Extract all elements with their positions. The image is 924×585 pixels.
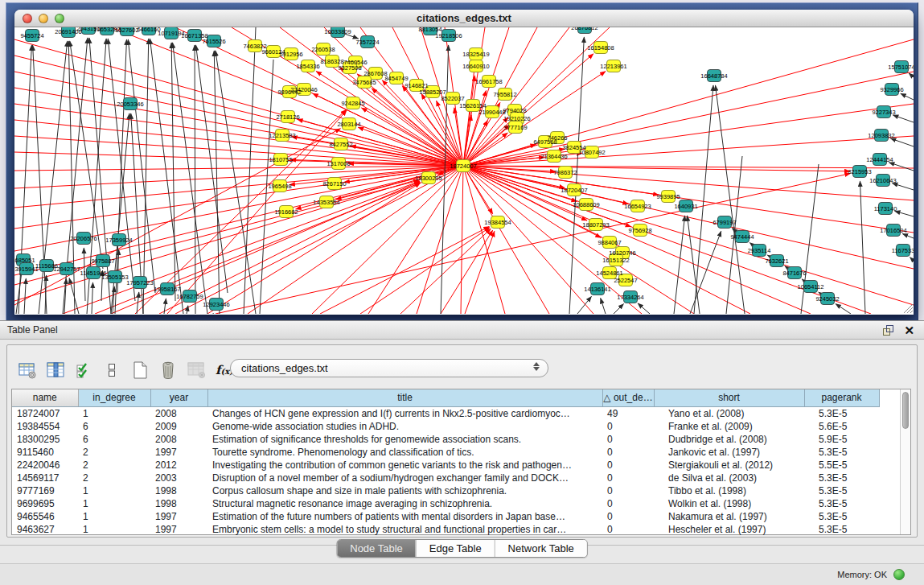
show-columns-icon[interactable] [45, 360, 66, 381]
table-cell[interactable]: Wolkin et al. (1998) [654, 497, 804, 510]
table-cell[interactable]: Franke et al. (2009) [654, 420, 804, 433]
table-cell[interactable]: 0 [602, 510, 654, 523]
table-cell[interactable]: Tourette syndrome. Phenomenology and cla… [207, 446, 602, 459]
column-header-pagerank[interactable]: pagerank [804, 389, 879, 406]
tab-edge-table[interactable]: Edge Table [416, 540, 495, 557]
table-cell[interactable]: 5.3E-5 [804, 472, 879, 484]
table-cell[interactable]: 5.6E-5 [804, 420, 879, 433]
table-row[interactable]: 977716911998Corpus callosum shape and si… [12, 484, 900, 497]
select-rows-icon[interactable] [73, 360, 94, 381]
table-cell[interactable]: 22420046 [12, 459, 78, 472]
table-cell[interactable]: 2 [78, 472, 150, 484]
table-cell[interactable]: 9777169 [12, 484, 78, 497]
table-row[interactable]: 1938455462009Genome-wide association stu… [12, 420, 900, 433]
row-height-icon[interactable] [101, 360, 122, 381]
table-cell[interactable]: Genome-wide association studies in ADHD. [207, 420, 602, 433]
table-cell[interactable]: Changes of HCN gene expression and I(f) … [207, 406, 602, 420]
column-header-name[interactable]: name [12, 389, 78, 406]
table-cell[interactable]: 9115460 [12, 446, 78, 459]
table-cell[interactable]: Stergiakouli et al. (2012) [654, 459, 804, 472]
table-cell[interactable]: 5.3E-5 [804, 406, 879, 420]
table-cell[interactable]: 5.5E-5 [804, 459, 879, 472]
table-row[interactable]: 1456911722003Disruption of a novel membe… [12, 472, 900, 484]
tab-network-table[interactable]: Network Table [495, 540, 587, 557]
table-cell[interactable]: 1 [78, 497, 150, 510]
table-cell[interactable]: Investigating the contribution of common… [207, 459, 602, 472]
table-cell[interactable]: 5.3E-5 [804, 523, 879, 536]
column-header-year[interactable]: year [150, 389, 207, 406]
table-cell[interactable]: 0 [602, 459, 654, 472]
create-table-icon[interactable] [129, 360, 150, 381]
network-canvas[interactable]: 9455724206914062043191106532871527602646… [14, 27, 914, 314]
table-cell[interactable]: Embryonic stem cells: a model to study s… [207, 523, 602, 536]
table-row[interactable]: 1872400712008Changes of HCN gene express… [12, 406, 900, 420]
network-window-titlebar[interactable]: citations_edges.txt [14, 10, 914, 27]
scrollbar-thumb[interactable] [902, 392, 909, 429]
table-cell[interactable]: 1 [78, 484, 150, 497]
table-cell[interactable]: 18300295 [12, 433, 78, 446]
table-cell[interactable]: 5.3E-5 [804, 497, 879, 510]
table-cell[interactable]: 9699695 [12, 497, 78, 510]
table-row[interactable]: 946362711997Embryonic stem cells: a mode… [12, 523, 900, 536]
table-cell[interactable]: 0 [602, 420, 654, 433]
table-cell[interactable]: 19384554 [12, 420, 78, 433]
table-cell[interactable]: 18724007 [12, 406, 78, 420]
table-cell[interactable]: 1998 [150, 497, 207, 510]
table-cell[interactable]: 2012 [150, 459, 207, 472]
table-cell[interactable]: Estimation of significance thresholds fo… [207, 433, 602, 446]
table-cell[interactable]: 1 [78, 523, 150, 536]
table-cell[interactable]: 1 [78, 406, 150, 420]
node-table-grid[interactable]: namein_degreeyeartitle△ out_de…shortpage… [12, 389, 900, 536]
table-cell[interactable]: 9465546 [12, 510, 78, 523]
table-cell[interactable]: Dudbridge et al. (2008) [654, 433, 804, 446]
table-cell[interactable]: Jankovic et al. (1997) [654, 446, 804, 459]
table-row[interactable]: 2242004622012Investigating the contribut… [12, 459, 900, 472]
table-cell[interactable]: 2008 [150, 433, 207, 446]
table-cell[interactable]: Tibbo et al. (1998) [654, 484, 804, 497]
table-cell[interactable]: de Silva et al. (2003) [654, 472, 804, 484]
table-row[interactable]: 946554611997Estimation of the future num… [12, 510, 900, 523]
column-header-in_degree[interactable]: in_degree [78, 389, 150, 406]
table-cell[interactable]: 14569117 [12, 472, 78, 484]
table-cell[interactable]: Disruption of a novel member of a sodium… [207, 472, 602, 484]
table-cell[interactable]: Corpus callosum shape and size in male p… [207, 484, 602, 497]
column-header-title[interactable]: title [207, 389, 602, 406]
table-cell[interactable]: Yano et al. (2008) [654, 406, 804, 420]
table-cell[interactable]: 1998 [150, 484, 207, 497]
table-cell[interactable]: Nakamura et al. (1997) [654, 510, 804, 523]
table-cell[interactable]: Structural magnetic resonance image aver… [207, 497, 602, 510]
table-row[interactable]: 1830029562008Estimation of significance … [12, 433, 900, 446]
table-cell[interactable]: 9463627 [12, 523, 78, 536]
table-cell[interactable]: 2 [78, 459, 150, 472]
table-cell[interactable]: 5.3E-5 [804, 446, 879, 459]
table-cell[interactable]: 0 [602, 523, 654, 536]
table-settings-icon[interactable] [17, 360, 38, 381]
table-cell[interactable]: 5.3E-5 [804, 510, 879, 523]
table-cell[interactable]: 0 [602, 484, 654, 497]
close-icon[interactable]: ✕ [904, 323, 914, 337]
table-cell[interactable]: 0 [602, 497, 654, 510]
table-cell[interactable]: 0 [602, 433, 654, 446]
table-cell[interactable]: 2008 [150, 406, 207, 420]
vertical-scrollbar[interactable] [900, 389, 910, 534]
resize-grip-icon[interactable] [904, 304, 913, 313]
tab-node-table[interactable]: Node Table [337, 540, 416, 557]
table-cell[interactable]: 1997 [150, 446, 207, 459]
network-window[interactable]: citations_edges.txt [14, 10, 914, 315]
table-cell[interactable]: 2 [78, 446, 150, 459]
table-cell[interactable]: Estimation of the future numbers of pati… [207, 510, 602, 523]
float-window-icon[interactable] [882, 324, 894, 336]
table-cell[interactable]: Hescheler et al. (1997) [654, 523, 804, 536]
column-header-short[interactable]: short [654, 389, 804, 406]
column-header-out_de[interactable]: △ out_de… [602, 389, 654, 406]
table-selector-dropdown[interactable]: citations_edges.txt [230, 359, 548, 377]
table-row[interactable]: 969969511998Structural magnetic resonanc… [12, 497, 900, 510]
delete-table-icon[interactable] [158, 360, 179, 381]
table-cell[interactable]: 0 [602, 472, 654, 484]
table-cell[interactable]: 0 [602, 446, 654, 459]
memory-status-indicator[interactable] [893, 569, 905, 580]
table-cell[interactable]: 6 [78, 433, 150, 446]
table-cell[interactable]: 2009 [150, 420, 207, 433]
table-cell[interactable]: 5.3E-5 [804, 484, 879, 497]
network-view[interactable]: 9455724206914062043191106532871527602646… [14, 27, 914, 314]
